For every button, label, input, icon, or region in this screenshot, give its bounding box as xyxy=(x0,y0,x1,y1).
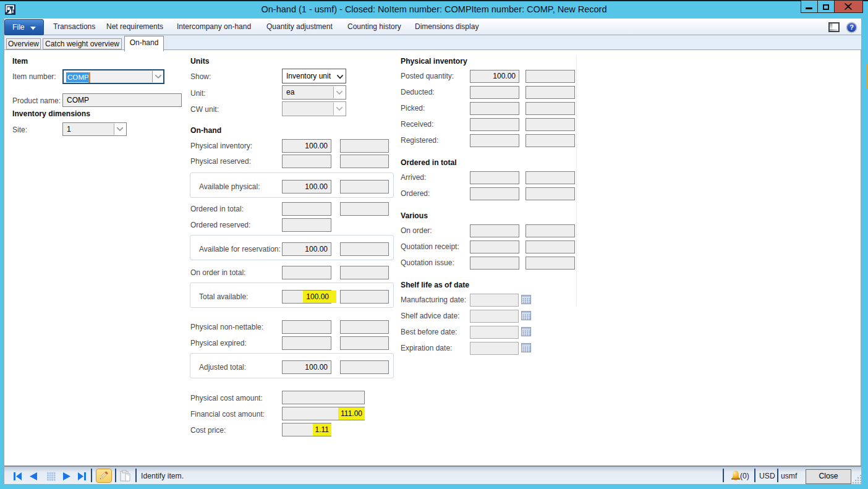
svg-text:?: ? xyxy=(849,23,854,31)
